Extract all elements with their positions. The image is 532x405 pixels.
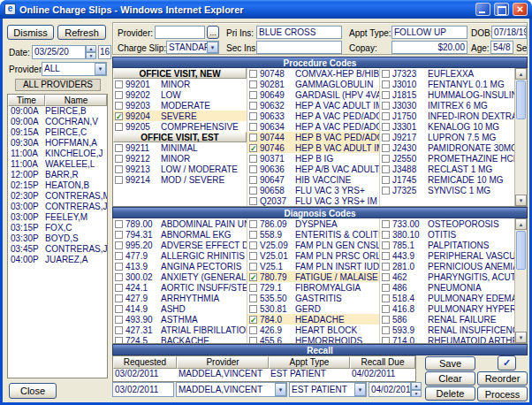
code-checkbox[interactable] bbox=[115, 165, 123, 173]
code-row[interactable]: 413.9ANGINA PECTORIS bbox=[113, 261, 247, 271]
code-checkbox[interactable] bbox=[249, 231, 257, 239]
code-row[interactable]: 90748COMVAX-HEP B/HIB VAC bbox=[247, 68, 379, 79]
code-checkbox[interactable] bbox=[249, 187, 257, 195]
code-checkbox[interactable] bbox=[382, 241, 390, 249]
code-row[interactable]: 99211MINIMAL bbox=[113, 142, 247, 153]
code-row[interactable]: 530.81GERD bbox=[247, 303, 379, 314]
code-row[interactable]: 380.10OTITIS bbox=[380, 229, 514, 240]
code-checkbox[interactable] bbox=[115, 316, 123, 324]
code-checkbox[interactable] bbox=[249, 165, 257, 173]
code-row[interactable]: 99201MINOR bbox=[113, 79, 247, 89]
code-checkbox[interactable] bbox=[382, 102, 390, 110]
schedule-row[interactable]: 02:30PCONTRERAS,M bbox=[8, 191, 107, 202]
code-checkbox[interactable] bbox=[115, 337, 123, 344]
code-checkbox[interactable] bbox=[382, 305, 390, 313]
code-row[interactable]: 90633HEP A VAC PED/ADOL 2 bbox=[247, 111, 379, 121]
code-row[interactable]: J3030IMITREX 6 MG bbox=[380, 100, 514, 111]
code-checkbox[interactable] bbox=[382, 80, 390, 88]
code-checkbox[interactable] bbox=[115, 273, 123, 281]
recall-due-spinner[interactable]: ▲ ▼ bbox=[411, 382, 422, 397]
code-row[interactable]: ✓784.0HEADACHE bbox=[247, 314, 379, 325]
reorder-button[interactable]: Reorder bbox=[477, 371, 528, 386]
refresh-button[interactable]: Refresh bbox=[57, 25, 106, 40]
code-row[interactable]: J1750INFED-IRON DEXTRAN 50 bbox=[380, 111, 514, 121]
schedule-header-name[interactable]: Name bbox=[45, 95, 107, 106]
code-checkbox[interactable] bbox=[115, 176, 123, 184]
schedule-row[interactable]: 11:00AWAKELEE,L bbox=[8, 159, 107, 170]
code-row[interactable]: 729.1FIBROMYALGIA bbox=[247, 282, 379, 293]
code-checkbox[interactable] bbox=[249, 284, 257, 292]
code-row[interactable]: J7323EUFLEXXA bbox=[380, 68, 514, 79]
code-row[interactable]: 90371HEP B IG bbox=[247, 153, 379, 164]
code-checkbox[interactable] bbox=[382, 155, 390, 163]
delete-button[interactable]: Delete bbox=[425, 386, 475, 401]
code-checkbox[interactable] bbox=[249, 294, 257, 302]
code-row[interactable]: 90636HEP A/B VAC ADULT IM bbox=[247, 164, 379, 174]
dismiss-button[interactable]: Dismiss bbox=[7, 25, 54, 40]
code-row[interactable]: 785.1PALPITATIONS bbox=[380, 240, 514, 250]
charge-slip-dropdown-arrow-icon[interactable]: ▼ bbox=[207, 42, 218, 53]
schedule-row[interactable]: 03:00PCONTRERAS,J bbox=[8, 202, 107, 212]
date-input[interactable]: 03/25/20 bbox=[32, 45, 86, 59]
code-row[interactable]: 99212MINOR bbox=[113, 153, 247, 164]
schedule-row[interactable]: 09:15APEIRCE,C bbox=[8, 127, 107, 138]
code-checkbox[interactable] bbox=[249, 155, 257, 163]
scroll-up-icon[interactable]: ▲ bbox=[515, 218, 527, 230]
clear-button[interactable]: Clear bbox=[425, 371, 475, 386]
code-checkbox[interactable] bbox=[382, 284, 390, 292]
recall-provider-dropdown-arrow-icon[interactable]: ▼ bbox=[275, 383, 286, 396]
spinner-down-icon[interactable]: ▼ bbox=[411, 390, 422, 398]
process-button[interactable]: Process bbox=[477, 386, 528, 401]
procedure-scrollbar-thumb[interactable] bbox=[516, 80, 526, 119]
code-checkbox[interactable] bbox=[382, 231, 390, 239]
code-row[interactable]: 99213LOW / MODERATE bbox=[113, 164, 247, 174]
code-checkbox[interactable] bbox=[249, 134, 257, 141]
recall-entry-provider[interactable]: MADDELA,VINCENT bbox=[176, 382, 287, 397]
code-row[interactable]: Q2037FLU VAC 3 YRS+ IM bbox=[247, 195, 379, 206]
code-row[interactable]: 99214MOD / SEVERE bbox=[113, 174, 247, 185]
code-row[interactable]: J3488RECLAST 1 MG bbox=[380, 164, 514, 174]
code-row[interactable]: 90647HIB VACCINE bbox=[247, 174, 379, 185]
schedule-row[interactable]: 04:00PJUAREZ,A bbox=[8, 255, 107, 265]
schedule-row[interactable]: 03:30PBOYD,S bbox=[8, 233, 107, 244]
code-checkbox[interactable] bbox=[382, 326, 390, 334]
schedule-row[interactable]: 03:45PCONTRERAS,J bbox=[8, 244, 107, 255]
recall-row[interactable]: 03/02/2011MADDELA,VINCENTEST PATIENT04/0… bbox=[113, 369, 415, 379]
code-row[interactable]: 426.9HEART BLOCK bbox=[247, 325, 379, 335]
code-checkbox[interactable] bbox=[115, 80, 123, 88]
code-checkbox[interactable] bbox=[382, 273, 390, 281]
code-row[interactable]: V25.1FAM PLN INSRT IUD bbox=[247, 261, 379, 271]
code-checkbox[interactable] bbox=[249, 176, 257, 184]
code-row[interactable]: 90658FLU VAC 3 YRS+ bbox=[247, 185, 379, 195]
code-checkbox[interactable] bbox=[249, 112, 257, 120]
code-checkbox[interactable] bbox=[249, 326, 257, 334]
recall-col-header[interactable]: Requested bbox=[113, 356, 177, 369]
code-row[interactable]: 462PHARYNGITIS, ACUTE bbox=[380, 271, 514, 282]
code-checkbox[interactable] bbox=[382, 134, 390, 141]
code-row[interactable]: 90649GARDASIL (HPV 4VALE bbox=[247, 89, 379, 100]
browse-provider-button[interactable]: ... bbox=[207, 26, 219, 39]
recall-col-header[interactable]: Appt Type bbox=[269, 356, 350, 369]
code-row[interactable]: J3301KENALOG 10 MG bbox=[380, 121, 514, 132]
code-row[interactable]: J1745REMICADE 10 MG bbox=[380, 174, 514, 185]
scroll-down-icon[interactable]: ▼ bbox=[515, 195, 527, 206]
code-row[interactable]: 593.9RENAL INSUFFICENCY bbox=[380, 325, 514, 335]
code-row[interactable]: 99202LOW bbox=[113, 89, 247, 100]
code-checkbox[interactable] bbox=[382, 112, 390, 120]
code-checkbox[interactable] bbox=[382, 176, 390, 184]
save-button[interactable]: Save bbox=[425, 356, 475, 371]
code-row[interactable]: 90632HEP A VAC ADULT IM bbox=[247, 100, 379, 111]
spinner-up-icon[interactable]: ▲ bbox=[411, 382, 422, 390]
code-row[interactable]: 794.31ABNORMAL EKG bbox=[113, 229, 247, 240]
code-row[interactable]: 99203MODERATE bbox=[113, 100, 247, 111]
code-row[interactable]: 493.90ASTHMA bbox=[113, 314, 247, 325]
code-row[interactable]: J1815HUMMALOG-INSULIN 5 U bbox=[380, 89, 514, 100]
schedule-row[interactable]: 09:00ACOCHRAN,V bbox=[8, 117, 107, 127]
code-checkbox[interactable] bbox=[382, 316, 390, 324]
code-checkbox[interactable] bbox=[249, 91, 257, 99]
schedule-row[interactable]: 09:30AHOFFMAN,A bbox=[8, 138, 107, 149]
diagnosis-scrollbar[interactable]: ▲ ▼ bbox=[514, 218, 527, 343]
schedule-row[interactable]: 02:15PHEATON,B bbox=[8, 180, 107, 191]
code-checkbox[interactable] bbox=[115, 326, 123, 334]
code-checkbox[interactable] bbox=[115, 231, 123, 239]
